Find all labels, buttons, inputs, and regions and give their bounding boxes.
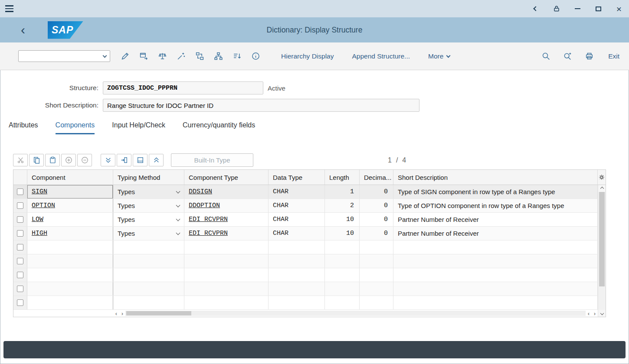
column-header-component[interactable]: Component (27, 170, 113, 185)
page-current: 1 (388, 156, 392, 164)
horizontal-scroll-track[interactable] (125, 311, 586, 316)
hierarchy-icon[interactable] (211, 49, 226, 63)
vertical-scroll-track[interactable] (598, 192, 606, 310)
scroll-up-icon[interactable] (598, 185, 606, 192)
scroll-left-icon[interactable]: ‹ (586, 310, 592, 317)
insert-row-button[interactable] (117, 154, 131, 166)
info-icon[interactable] (249, 49, 263, 63)
component-link[interactable]: OPTION (32, 202, 55, 209)
row-checkbox[interactable] (17, 202, 23, 209)
grid-toolbar: Built-In Type 1 / 4 (13, 153, 616, 167)
short-description-field[interactable]: Range Structure for IDOC Partner ID (103, 99, 419, 112)
row-checkbox[interactable] (17, 188, 23, 195)
add-row-button[interactable] (61, 154, 76, 166)
row-checkbox[interactable] (17, 286, 23, 292)
consistency-check-icon[interactable] (193, 49, 207, 63)
page-title: Dictionary: Display Structure (267, 26, 363, 35)
typing-method-dropdown[interactable]: Types (113, 199, 184, 212)
row-checkbox[interactable] (17, 299, 23, 306)
scroll-right-icon[interactable]: › (592, 310, 598, 317)
data-type-cell: CHAR (269, 213, 325, 226)
vertical-scrollbar[interactable] (598, 185, 606, 317)
active-status: Active (268, 84, 285, 92)
minimize-button[interactable] (573, 4, 582, 13)
column-header-short-description[interactable]: Short Description (393, 170, 598, 185)
scroll-down-icon[interactable] (598, 310, 606, 317)
close-button[interactable]: × (614, 4, 624, 13)
copy-button[interactable] (29, 154, 44, 166)
column-header-data-type[interactable]: Data Type (269, 170, 325, 185)
vertical-scroll-thumb[interactable] (599, 192, 605, 286)
typing-method-dropdown[interactable]: Types (113, 213, 184, 226)
sort-descending-icon[interactable] (230, 49, 244, 63)
row-checkbox[interactable] (17, 216, 23, 223)
component-type-link[interactable]: EDI_RCVPRN (189, 216, 228, 223)
component-type-link[interactable]: DDOPTION (189, 202, 220, 209)
chevron-down-icon[interactable] (103, 53, 107, 58)
row-checkbox[interactable] (17, 230, 23, 237)
other-object-icon[interactable] (137, 49, 151, 63)
length-cell: 1 (325, 185, 360, 198)
command-input[interactable] (21, 53, 103, 60)
print-icon[interactable] (583, 49, 595, 63)
sap-logo: SAP (48, 21, 83, 39)
cut-button[interactable] (13, 154, 28, 166)
structure-field[interactable]: ZOGTCSS_IDOC_PPPRN (103, 81, 263, 94)
column-header-length[interactable]: Length (325, 170, 360, 185)
components-table: Component Typing Method Component Type D… (13, 169, 606, 317)
compare-scales-icon[interactable] (155, 49, 170, 63)
built-in-type-button[interactable]: Built-In Type (171, 153, 253, 167)
move-down-button[interactable] (101, 154, 115, 166)
hierarchy-display-button[interactable]: Hierarchy Display (281, 52, 334, 60)
horizontal-scrollbar[interactable]: ‹ › ‹ › (113, 310, 598, 317)
component-link[interactable]: HIGH (32, 230, 47, 237)
row-checkbox[interactable] (17, 272, 23, 278)
short-description-label: Short Description: (0, 101, 103, 109)
component-link[interactable]: SIGN (32, 188, 47, 195)
short-description-cell: Type of SIGN component in row type of a … (393, 185, 598, 198)
row-checkbox[interactable] (17, 258, 23, 264)
chevron-down-icon (176, 203, 180, 207)
horizontal-scroll-thumb[interactable] (126, 311, 191, 315)
more-button[interactable]: More (428, 52, 450, 60)
page-separator: / (396, 156, 398, 164)
exit-button[interactable]: Exit (608, 52, 619, 60)
tab-attributes[interactable]: Attributes (9, 121, 38, 134)
select-all-column-header[interactable] (13, 170, 27, 185)
component-link[interactable]: LOW (32, 216, 43, 223)
tab-input-help-check[interactable]: Input Help/Check (112, 121, 165, 134)
append-structure-button[interactable]: Append Structure... (352, 52, 410, 60)
maximize-button[interactable] (593, 4, 603, 13)
table-settings-gear-icon[interactable] (598, 170, 606, 185)
length-cell: 2 (325, 199, 360, 212)
where-used-icon[interactable] (174, 49, 188, 63)
column-header-typing-method[interactable]: Typing Method (113, 170, 184, 185)
tab-components[interactable]: Components (56, 121, 95, 134)
row-checkbox[interactable] (17, 244, 23, 250)
length-cell: 10 (325, 213, 360, 226)
paste-button[interactable] (45, 154, 60, 166)
lock-icon[interactable] (552, 4, 561, 13)
table-row-empty (13, 296, 606, 310)
search-icon[interactable] (540, 49, 552, 63)
table-row-empty (13, 254, 606, 268)
back-button[interactable]: ‹ (21, 23, 38, 37)
search-plus-icon[interactable] (561, 49, 573, 63)
select-block-button[interactable] (133, 154, 147, 166)
typing-method-dropdown[interactable]: Types (113, 185, 184, 198)
column-header-decimals[interactable]: Decima... (360, 170, 393, 185)
move-up-button[interactable] (149, 154, 164, 166)
scroll-left-icon[interactable]: ‹ (113, 310, 119, 317)
chevron-left-icon[interactable] (531, 4, 541, 13)
command-field[interactable] (18, 50, 110, 62)
component-type-link[interactable]: EDI_RCVPRN (189, 230, 228, 237)
column-header-component-type[interactable]: Component Type (184, 170, 269, 185)
component-type-link[interactable]: DDSIGN (189, 188, 212, 195)
chevron-down-icon (176, 231, 180, 235)
remove-row-button[interactable] (77, 154, 92, 166)
tab-currency-quantity-fields[interactable]: Currency/quantity fields (183, 121, 255, 134)
scroll-right-icon[interactable]: › (119, 310, 125, 317)
menu-icon[interactable] (5, 3, 16, 14)
typing-method-dropdown[interactable]: Types (113, 227, 184, 240)
display-change-icon[interactable] (118, 49, 132, 63)
